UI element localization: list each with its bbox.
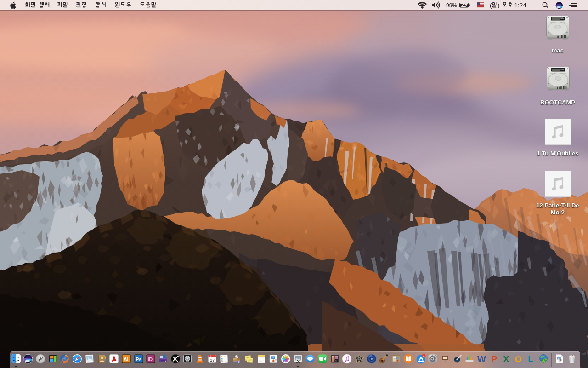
svg-text:99%: 99%: [446, 2, 457, 9]
svg-text:Plan: Plan: [246, 356, 249, 358]
svg-text:ID: ID: [148, 356, 153, 362]
svg-text:Ai: Ai: [124, 356, 129, 362]
svg-text:1:24: 1:24: [514, 2, 527, 9]
svg-text:O: O: [515, 354, 522, 364]
svg-text:X: X: [503, 354, 509, 364]
svg-text:4: 4: [423, 354, 424, 357]
svg-text:L: L: [528, 354, 533, 364]
svg-text:P: P: [491, 354, 497, 364]
svg-text:W: W: [477, 354, 486, 363]
svg-text:(: (: [490, 2, 492, 9]
svg-text:6: 6: [210, 355, 211, 357]
svg-text:): ): [498, 2, 500, 9]
svg-text:JPG: JPG: [558, 361, 561, 363]
svg-text:17: 17: [210, 358, 215, 362]
svg-text:Ps: Ps: [136, 356, 141, 362]
svg-text:Q: Q: [238, 361, 240, 363]
